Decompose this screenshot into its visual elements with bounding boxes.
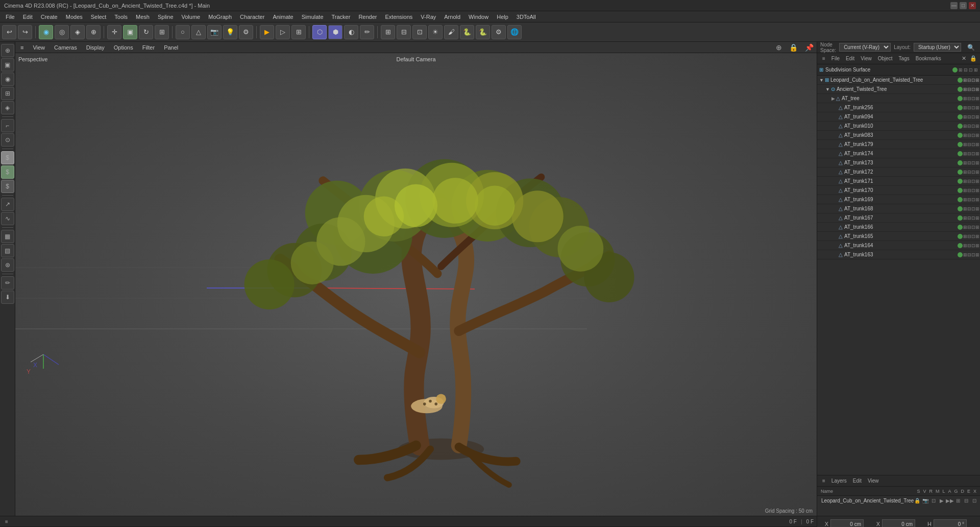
layer-icon-7[interactable]: ⊟ <box>963 497 970 504</box>
viewport-expand-icon[interactable]: ⊕ <box>776 43 782 52</box>
menu-vray[interactable]: V-Ray <box>417 13 439 21</box>
obj-dot-leopard[interactable] <box>958 78 963 83</box>
tool-rotate[interactable]: ↻ <box>139 25 153 39</box>
obj-item-trunk171[interactable]: △ AT_trunk171 ⊞⊟⊡⊞ <box>817 177 980 186</box>
menu-mograph[interactable]: MoGraph <box>205 13 235 21</box>
obj-item-trunk169[interactable]: △ AT_trunk169 ⊞⊟⊡⊞ <box>817 195 980 204</box>
menu-window[interactable]: Window <box>465 13 492 21</box>
obj-item-leopard[interactable]: ▼ ⊞ Leopard_Cub_on_Ancient_Twisted_Tree … <box>817 76 980 85</box>
tool-color[interactable]: $ <box>1 151 14 164</box>
tree-arrow-ancient[interactable]: ▼ <box>825 87 830 92</box>
tool-null[interactable]: ○ <box>176 25 190 39</box>
mode-object[interactable]: ◉ <box>39 25 53 39</box>
tree-arrow-at-tree[interactable]: ▶ <box>831 96 835 101</box>
tree-arrow-leopard[interactable]: ▼ <box>819 78 824 83</box>
layers-label[interactable]: Layers <box>829 477 849 484</box>
tool-6[interactable]: ⬢ <box>328 25 342 39</box>
tool-camera2[interactable]: ⊙ <box>1 133 14 147</box>
obj-root-dot[interactable] <box>952 67 958 73</box>
layer-icon-5[interactable]: ▶▶ <box>946 497 953 504</box>
tool-color3[interactable]: $ <box>1 180 14 193</box>
tl-hamburger[interactable]: ≡ <box>3 518 10 525</box>
redo-button[interactable]: ↪ <box>18 25 32 39</box>
node-space-select[interactable]: Current (V-Ray) <box>839 43 891 52</box>
obj-item-trunk167[interactable]: △ AT_trunk167 ⊞⊟⊡⊞ <box>817 213 980 223</box>
obj-file[interactable]: File <box>829 55 842 62</box>
menu-tools[interactable]: Tools <box>111 13 131 21</box>
tool-7[interactable]: ◐ <box>344 25 358 39</box>
viewport-view[interactable]: View <box>31 44 47 51</box>
tool-select-mode[interactable]: ⊕ <box>1 44 14 57</box>
obj-item-ancient[interactable]: ▼ ⊙ Ancient_Twisted_Tree ⊞⊟⊡⊞ <box>817 85 980 94</box>
tool-select[interactable]: ▣ <box>123 25 137 39</box>
obj-item-trunk256[interactable]: △ AT_trunk256 ⊞⊟⊡⊞ <box>817 103 980 112</box>
layers-hamburger[interactable]: ≡ <box>820 477 827 484</box>
obj-item-at-tree[interactable]: ▶ △ AT_tree ⊞⊟⊡⊞ <box>817 94 980 103</box>
tool-sculpt[interactable]: ⊛ <box>1 258 14 272</box>
minimize-button[interactable]: — <box>950 2 958 9</box>
tool-5[interactable]: ⬡ <box>312 25 327 39</box>
viewport-lock-icon[interactable]: 🔒 <box>789 43 798 52</box>
tool-light[interactable]: 💡 <box>223 25 237 39</box>
menu-3dtoall[interactable]: 3DToAll <box>513 13 540 21</box>
tool-color2[interactable]: $ <box>1 165 14 179</box>
obj-dot-ancient[interactable] <box>958 87 963 92</box>
tool-grid5[interactable]: ▧ <box>1 244 14 257</box>
obj-item-trunk083[interactable]: △ AT_trunk083 ⊞⊟⊡⊞ <box>817 131 980 140</box>
viewport-cameras[interactable]: Cameras <box>52 44 79 51</box>
render-to-pic[interactable]: ⊞ <box>291 25 306 39</box>
viewport-panel[interactable]: Panel <box>162 44 180 51</box>
viewport-filter[interactable]: Filter <box>140 44 157 51</box>
tool-light2[interactable]: ☀ <box>428 25 443 39</box>
maximize-button[interactable]: □ <box>960 2 967 9</box>
obj-bookmarks[interactable]: Bookmarks <box>914 55 943 62</box>
menu-extensions[interactable]: Extensions <box>381 13 416 21</box>
obj-item-trunk173[interactable]: △ AT_trunk173 ⊞⊟⊡⊞ <box>817 158 980 167</box>
tool-live-sel[interactable]: ◉ <box>1 73 14 86</box>
menu-render[interactable]: Render <box>355 13 380 21</box>
tool-new-obj[interactable]: △ <box>191 25 206 39</box>
menu-animate[interactable]: Animate <box>269 13 297 21</box>
tool-l-shape[interactable]: ⌐ <box>1 119 14 132</box>
tool-box-select[interactable]: ▣ <box>1 58 14 71</box>
menu-help[interactable]: Help <box>493 13 512 21</box>
menu-character[interactable]: Character <box>236 13 268 21</box>
menu-edit[interactable]: Edit <box>19 13 36 21</box>
obj-item-trunk179[interactable]: △ AT_trunk179 ⊞⊟⊡⊞ <box>817 140 980 149</box>
obj-item-trunk166[interactable]: △ AT_trunk166 ⊞⊟⊡⊞ <box>817 223 980 232</box>
obj-hamburger[interactable]: ≡ <box>820 55 827 62</box>
tool-script[interactable]: 🐍 <box>460 25 474 39</box>
menu-simulate[interactable]: Simulate <box>298 13 327 21</box>
obj-dot-trunk094[interactable] <box>958 114 963 119</box>
tool-grid2[interactable]: ⊟ <box>397 25 411 39</box>
obj-item-trunk163[interactable]: △ AT_trunk163 ⊞⊟⊡⊞ <box>817 250 980 259</box>
layer-icon-3[interactable]: ⊡ <box>930 497 937 504</box>
tool-down[interactable]: ⬇ <box>1 291 14 304</box>
coord-x-pos-input[interactable] <box>830 519 864 527</box>
layers-view[interactable]: View <box>866 477 881 484</box>
render-viewport[interactable]: ▷ <box>276 25 290 39</box>
obj-edit[interactable]: Edit <box>844 55 856 62</box>
obj-object[interactable]: Object <box>876 55 895 62</box>
obj-dot-trunk256[interactable] <box>958 105 963 110</box>
tool-move2[interactable]: ⊞ <box>1 87 14 100</box>
obj-view[interactable]: View <box>859 55 874 62</box>
tool-grid3[interactable]: ⊡ <box>412 25 427 39</box>
tool-render-settings[interactable]: ⚙ <box>239 25 253 39</box>
viewport-pin-icon[interactable]: 📌 <box>805 43 814 52</box>
tool-deform[interactable]: ↗ <box>1 198 14 211</box>
close-button[interactable]: ✕ <box>969 2 976 9</box>
obj-tags[interactable]: Tags <box>897 55 912 62</box>
viewport[interactable]: X Y <box>15 53 817 516</box>
menu-modes[interactable]: Modes <box>62 13 86 21</box>
coord-h-input[interactable] <box>934 519 967 527</box>
obj-item-trunk094[interactable]: △ AT_trunk094 ⊞⊟⊡⊞ <box>817 112 980 122</box>
undo-button[interactable]: ↩ <box>2 25 16 39</box>
menu-select[interactable]: Select <box>87 13 110 21</box>
tool-sphere[interactable]: 🌐 <box>507 25 522 39</box>
obj-item-trunk174[interactable]: △ AT_trunk174 ⊞⊟⊡⊞ <box>817 149 980 158</box>
layer-icon-1[interactable]: 🔒 <box>914 497 921 504</box>
menu-spline[interactable]: Spline <box>154 13 177 21</box>
layout-select[interactable]: Startup (User) <box>914 43 961 52</box>
right-search-icon[interactable]: 🔍 <box>967 44 975 51</box>
